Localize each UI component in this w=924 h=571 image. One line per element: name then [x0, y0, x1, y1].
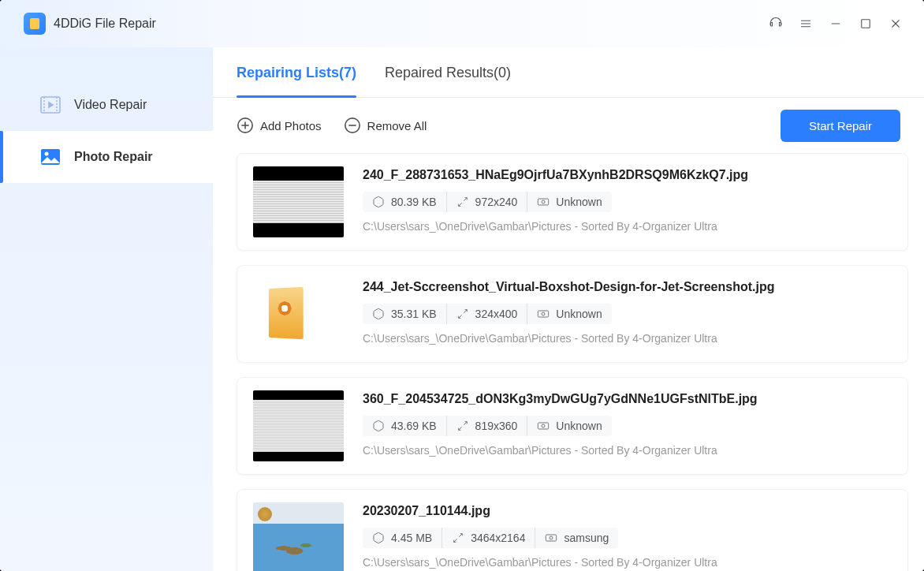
svg-rect-4	[862, 20, 870, 28]
svg-rect-21	[538, 423, 549, 429]
file-path: C:\Users\sars_\OneDrive\Gambar\Pictures …	[363, 444, 892, 457]
file-thumbnail	[253, 390, 344, 461]
file-card[interactable]: 240_F_288731653_HNaEg9OjrfUa7BXynhB2DRSQ…	[237, 153, 908, 251]
svg-point-18	[542, 200, 545, 203]
sidebar-item-label: Photo Repair	[74, 150, 153, 164]
body-area: Video Repair Photo Repair Repairing List…	[0, 47, 924, 571]
support-button[interactable]	[763, 11, 788, 36]
file-size: 4.45 MB	[363, 528, 442, 548]
start-repair-button[interactable]: Start Repair	[781, 110, 900, 142]
remove-all-button[interactable]: Remove All	[344, 117, 427, 134]
svg-rect-19	[538, 311, 549, 317]
file-name: 20230207_110144.jpg	[363, 504, 892, 518]
sidebar-item-label: Video Repair	[74, 98, 147, 112]
file-path: C:\Users\sars_\OneDrive\Gambar\Pictures …	[363, 556, 892, 569]
app-window: 4DDiG File Repair Video Repair Photo Rep…	[0, 0, 924, 571]
file-list[interactable]: 240_F_288731653_HNaEg9OjrfUa7BXynhB2DRSQ…	[213, 153, 924, 571]
sidebar-item-video-repair[interactable]: Video Repair	[0, 79, 213, 131]
file-thumbnail	[253, 278, 344, 349]
tab-repairing-lists[interactable]: Repairing Lists(7)	[237, 47, 356, 97]
toolbar: Add Photos Remove All Start Repair	[213, 98, 924, 153]
file-meta: 43.69 KB 819x360 Unknown	[363, 416, 892, 436]
tab-repaired-results[interactable]: Repaired Results(0)	[385, 47, 511, 97]
video-icon	[39, 94, 61, 116]
add-photos-label: Add Photos	[260, 119, 322, 132]
maximize-button[interactable]	[853, 11, 878, 36]
tabs: Repairing Lists(7) Repaired Results(0)	[213, 47, 924, 98]
minimize-button[interactable]	[823, 11, 848, 36]
file-path: C:\Users\sars_\OneDrive\Gambar\Pictures …	[363, 220, 892, 233]
file-device: samsung	[535, 528, 618, 548]
menu-button[interactable]	[793, 11, 818, 36]
file-thumbnail	[253, 166, 344, 237]
file-info: 244_Jet-Sccreenshot_Virtual-Boxshot-Desi…	[363, 278, 892, 345]
file-thumbnail	[253, 502, 344, 571]
svg-rect-23	[546, 535, 557, 541]
remove-all-label: Remove All	[367, 119, 427, 132]
file-name: 360_F_204534725_dON3Kg3myDwGUg7yGdNNe1UG…	[363, 392, 892, 406]
svg-rect-17	[538, 199, 549, 205]
file-info: 360_F_204534725_dON3Kg3myDwGUg7yGdNNe1UG…	[363, 390, 892, 457]
file-meta: 35.31 KB 324x400 Unknown	[363, 304, 892, 324]
file-device: Unknown	[527, 192, 611, 212]
add-photos-button[interactable]: Add Photos	[237, 117, 322, 134]
file-meta: 80.39 KB 972x240 Unknown	[363, 192, 892, 212]
file-dimensions: 3464x2164	[442, 528, 535, 548]
file-card[interactable]: 360_F_204534725_dON3Kg3myDwGUg7yGdNNe1UG…	[237, 377, 908, 475]
app-title: 4DDiG File Repair	[54, 17, 156, 31]
titlebar-left: 4DDiG File Repair	[24, 13, 156, 35]
file-card[interactable]: 244_Jet-Sccreenshot_Virtual-Boxshot-Desi…	[237, 265, 908, 363]
file-dimensions: 324x400	[447, 304, 528, 324]
app-icon	[24, 13, 46, 35]
close-button[interactable]	[883, 11, 908, 36]
file-size: 43.69 KB	[363, 416, 447, 436]
file-size: 80.39 KB	[363, 192, 447, 212]
file-dimensions: 972x240	[447, 192, 528, 212]
main-panel: Repairing Lists(7) Repaired Results(0) A…	[213, 47, 924, 571]
file-info: 240_F_288731653_HNaEg9OjrfUa7BXynhB2DRSQ…	[363, 166, 892, 233]
file-name: 244_Jet-Sccreenshot_Virtual-Boxshot-Desi…	[363, 280, 892, 294]
svg-point-11	[45, 152, 49, 156]
svg-point-24	[550, 536, 553, 539]
file-meta: 4.45 MB 3464x2164 samsung	[363, 528, 892, 548]
file-device: Unknown	[527, 304, 611, 324]
file-dimensions: 819x360	[447, 416, 528, 436]
file-info: 20230207_110144.jpg 4.45 MB 3464x2164 sa…	[363, 502, 892, 569]
photo-icon	[39, 146, 61, 168]
sidebar-item-photo-repair[interactable]: Photo Repair	[0, 131, 213, 183]
titlebar-right	[763, 11, 908, 36]
svg-point-20	[542, 312, 545, 315]
svg-point-22	[542, 424, 545, 427]
titlebar: 4DDiG File Repair	[0, 0, 924, 47]
sidebar: Video Repair Photo Repair	[0, 47, 213, 571]
file-name: 240_F_288731653_HNaEg9OjrfUa7BXynhB2DRSQ…	[363, 168, 892, 182]
file-size: 35.31 KB	[363, 304, 447, 324]
file-card[interactable]: 20230207_110144.jpg 4.45 MB 3464x2164 sa…	[237, 489, 908, 571]
file-path: C:\Users\sars_\OneDrive\Gambar\Pictures …	[363, 332, 892, 345]
file-device: Unknown	[527, 416, 611, 436]
